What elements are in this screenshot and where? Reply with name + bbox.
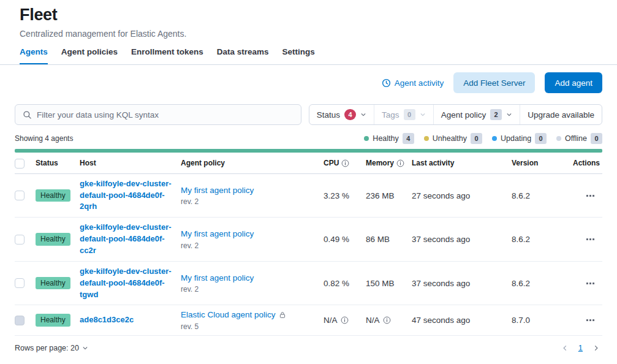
info-icon[interactable] (396, 159, 404, 167)
filter-status-label: Status (317, 110, 340, 119)
chevron-down-icon (506, 112, 512, 118)
col-actions: Actions (573, 159, 607, 167)
row-checkbox[interactable] (15, 278, 25, 288)
table-row: Healthy gke-kilfoyle-dev-cluster-default… (15, 218, 602, 262)
col-last-activity: Last activity (412, 159, 512, 167)
add-fleet-server-button[interactable]: Add Fleet Server (453, 72, 535, 93)
filter-tags-label: Tags (382, 110, 399, 119)
cpu-value: 3.23 % (324, 191, 366, 200)
tab-agent-policies[interactable]: Agent policies (61, 47, 118, 65)
pagination: 1 (559, 342, 602, 354)
last-activity-value: 47 seconds ago (412, 316, 512, 325)
chevron-down-icon (82, 345, 88, 351)
toolbar: Agent activity Add Fleet Server Add agen… (15, 72, 602, 93)
page-subtitle: Centralized management for Elastic Agent… (20, 28, 597, 39)
table-row: Healthy gke-kilfoyle-dev-cluster-default… (15, 174, 602, 218)
legend-offline-count: 0 (591, 133, 602, 144)
host-link[interactable]: gke-kilfoyle-dev-cluster-default-pool-46… (80, 266, 173, 301)
tab-settings[interactable]: Settings (282, 47, 315, 65)
filter-agent-policy-label: Agent policy (441, 110, 486, 119)
policy-revision: rev. 2 (181, 197, 316, 206)
agent-policy-link[interactable]: My first agent policy (181, 229, 254, 238)
row-actions-button[interactable] (585, 190, 596, 202)
search-input[interactable] (37, 110, 293, 119)
col-memory: Memory (366, 159, 412, 167)
host-link[interactable]: ade8c1d3ce2c (80, 314, 134, 326)
host-link[interactable]: gke-kilfoyle-dev-cluster-default-pool-46… (80, 178, 173, 213)
host-link[interactable]: gke-kilfoyle-dev-cluster-default-pool-46… (80, 222, 173, 257)
legend-updating-label: Updating (501, 134, 531, 143)
page-title: Fleet (20, 5, 597, 25)
page-header: Fleet Centralized management for Elastic… (0, 0, 617, 40)
status-badge: Healthy (36, 189, 70, 202)
version-value: 8.6.2 (512, 191, 573, 200)
filter-agent-policy[interactable]: Agent policy 2 (433, 105, 520, 124)
filter-upgrade-available-label: Upgrade available (528, 110, 594, 119)
filter-upgrade-available[interactable]: Upgrade available (520, 105, 602, 124)
status-badge: Healthy (36, 233, 70, 246)
filter-tags[interactable]: Tags 0 (374, 105, 433, 124)
memory-value: 236 MB (366, 191, 412, 200)
version-value: 8.6.2 (512, 279, 573, 288)
next-page-button[interactable] (590, 342, 602, 354)
row-actions-button[interactable] (585, 278, 596, 289)
summary-row: Showing 4 agents Healthy 4 Unhealthy 0 U… (15, 133, 602, 144)
agent-policy-link[interactable]: My first agent policy (181, 273, 254, 282)
agent-policy-link[interactable]: Elastic Cloud agent policy (181, 309, 276, 320)
cpu-value: N/A (324, 316, 366, 325)
col-host: Host (80, 159, 181, 167)
select-all-checkbox[interactable] (15, 159, 25, 169)
row-actions-button[interactable] (585, 233, 596, 245)
status-legend: Healthy 4 Unhealthy 0 Updating 0 Offline… (364, 133, 602, 144)
tab-enrollment-tokens[interactable]: Enrollment tokens (131, 47, 203, 65)
tab-agents[interactable]: Agents (20, 47, 48, 65)
policy-revision: rev. 2 (181, 285, 316, 294)
row-checkbox[interactable] (15, 235, 25, 245)
prev-page-button[interactable] (559, 342, 571, 354)
legend-updating-count: 0 (535, 133, 547, 144)
legend-updating: Updating 0 (492, 133, 547, 144)
policy-revision: rev. 2 (181, 241, 316, 250)
updating-dot-icon (492, 136, 497, 141)
tab-data-streams[interactable]: Data streams (217, 47, 269, 65)
unhealthy-dot-icon (424, 136, 429, 141)
filter-group: Status 4 Tags 0 Agent policy 2 (309, 104, 602, 125)
cpu-value: 0.49 % (324, 235, 366, 244)
healthy-dot-icon (364, 136, 369, 141)
offline-dot-icon (556, 136, 561, 141)
agent-policy-link[interactable]: My first agent policy (181, 186, 254, 195)
table-row: Healthy ade8c1d3ce2c Elastic Cloud agent… (15, 305, 602, 335)
col-cpu: CPU (324, 159, 366, 167)
version-value: 8.7.0 (512, 316, 573, 325)
row-checkbox[interactable] (15, 191, 25, 200)
filter-agent-policy-count-badge: 2 (490, 109, 502, 120)
info-icon[interactable] (341, 159, 349, 167)
legend-unhealthy-label: Unhealthy (433, 134, 467, 143)
filter-tags-count-badge: 0 (404, 109, 415, 120)
memory-value: N/A (366, 316, 412, 325)
legend-unhealthy-count: 0 (471, 133, 482, 144)
filter-status[interactable]: Status 4 (309, 105, 374, 124)
last-activity-value: 37 seconds ago (412, 279, 512, 288)
memory-value: 86 MB (366, 235, 412, 244)
add-agent-button[interactable]: Add agent (545, 72, 602, 93)
col-status: Status (36, 159, 80, 167)
tab-bar: Agents Agent policies Enrollment tokens … (0, 40, 617, 66)
rows-per-page-button[interactable]: Rows per page: 20 (15, 344, 88, 352)
row-actions-button[interactable] (585, 314, 596, 326)
memory-value: 150 MB (366, 279, 412, 288)
agent-activity-button[interactable]: Agent activity (382, 78, 444, 88)
info-icon[interactable] (341, 316, 349, 324)
status-badge: Healthy (36, 277, 70, 290)
page-number-1[interactable]: 1 (575, 342, 586, 354)
fleet-app: Fleet Centralized management for Elastic… (0, 0, 617, 354)
legend-unhealthy: Unhealthy 0 (424, 133, 482, 144)
legend-offline: Offline 0 (556, 133, 602, 144)
row-checkbox-disabled (15, 316, 25, 325)
kql-search-box[interactable] (15, 104, 301, 125)
info-icon[interactable] (383, 316, 391, 324)
last-activity-value: 37 seconds ago (412, 235, 512, 244)
legend-healthy: Healthy 4 (364, 133, 414, 144)
col-agent-policy: Agent policy (181, 159, 324, 167)
rows-per-page-label: Rows per page: 20 (15, 344, 79, 352)
